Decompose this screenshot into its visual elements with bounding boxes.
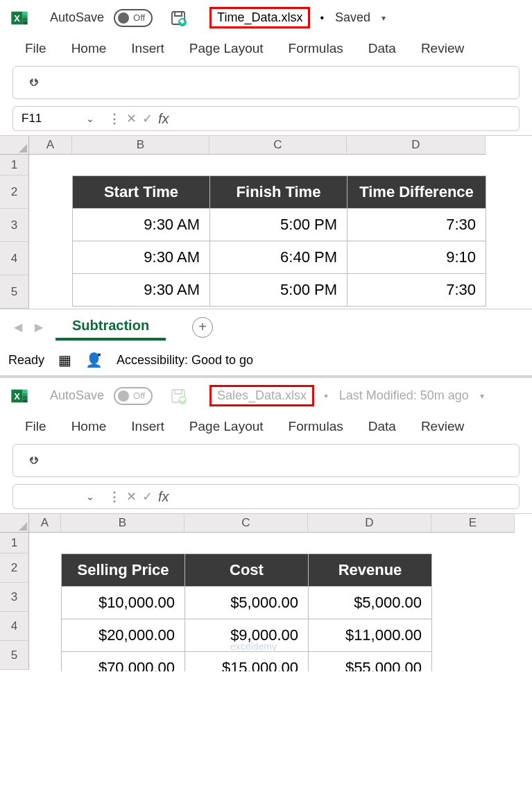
- svg-text:X: X: [14, 390, 20, 401]
- data-table[interactable]: Selling Price Cost Revenue $10,000.00 $5…: [61, 553, 432, 671]
- tab-page-layout[interactable]: Page Layout: [189, 419, 264, 434]
- svg-rect-11: [23, 393, 28, 396]
- enter-icon[interactable]: ✓: [142, 111, 153, 126]
- accessibility-icon[interactable]: 👤̽: [85, 352, 103, 368]
- svg-rect-10: [23, 389, 28, 393]
- tab-formulas[interactable]: Formulas: [289, 419, 343, 434]
- table-row: $70,000.00 $15,000.00 $55,000.00: [62, 652, 432, 672]
- table-header[interactable]: Selling Price: [62, 554, 185, 587]
- chevron-down-icon[interactable]: ⌄: [86, 491, 94, 502]
- tab-formulas[interactable]: Formulas: [289, 41, 343, 56]
- col-header[interactable]: C: [185, 514, 308, 533]
- tab-home[interactable]: Home: [71, 419, 107, 434]
- autosave-toggle[interactable]: Off: [114, 387, 153, 405]
- tab-page-layout[interactable]: Page Layout: [189, 41, 264, 56]
- save-status[interactable]: Last Modified: 50m ago: [339, 388, 469, 403]
- table-header[interactable]: Cost: [185, 554, 309, 587]
- svg-rect-3: [23, 15, 28, 18]
- table-row: 9:30 AM 5:00 PM 7:30: [73, 209, 486, 241]
- chevron-down-icon[interactable]: ⌄: [86, 113, 94, 124]
- row-header[interactable]: 1: [0, 533, 29, 553]
- table-header[interactable]: Finish Time: [210, 176, 347, 209]
- excel-logo-icon: X: [10, 386, 29, 406]
- accessibility-status[interactable]: Accessibility: Good to go: [117, 353, 253, 368]
- title-bar: X AutoSave Off Time_Data.xlsx • Saved ▾: [0, 0, 532, 35]
- filename-box[interactable]: Sales_Data.xlsx: [209, 385, 314, 406]
- status-bar: Ready ▦ 👤̽ Accessibility: Good to go: [0, 345, 532, 378]
- svg-text:X: X: [14, 12, 20, 23]
- tab-file[interactable]: File: [25, 419, 46, 434]
- col-header[interactable]: E: [431, 514, 515, 533]
- autosave-label: AutoSave: [50, 388, 104, 403]
- expand-ribbon-icon[interactable]: ⮋: [28, 455, 38, 466]
- save-icon[interactable]: [169, 9, 187, 27]
- table-row: 9:30 AM 5:00 PM 7:30: [73, 274, 486, 307]
- table-header[interactable]: Start Time: [73, 176, 210, 209]
- select-all-corner[interactable]: [0, 513, 29, 533]
- row-header[interactable]: 1: [0, 155, 29, 175]
- col-header[interactable]: D: [308, 514, 431, 533]
- title-bar: X AutoSave Off Sales_Data.xlsx • Last Mo…: [0, 378, 532, 413]
- fx-icon[interactable]: fx: [158, 111, 169, 127]
- svg-rect-2: [23, 11, 28, 15]
- formula-bar-row: ⌄ ⋮ ✕ ✓ fx: [12, 484, 520, 509]
- save-status[interactable]: Saved: [335, 10, 370, 25]
- add-sheet-button[interactable]: +: [192, 317, 213, 338]
- tab-review[interactable]: Review: [421, 419, 464, 434]
- formula-bar-buttons: ⋮ ✕ ✓ fx: [103, 484, 175, 509]
- name-box[interactable]: ⌄: [12, 484, 103, 509]
- formula-bar-buttons: ⋮ ✕ ✓ fx: [103, 106, 175, 131]
- filename-box[interactable]: Time_Data.xlsx: [209, 7, 310, 28]
- collapsed-ribbon[interactable]: ⮋: [12, 444, 520, 477]
- stats-icon[interactable]: ▦: [58, 352, 71, 368]
- col-header[interactable]: B: [72, 136, 209, 155]
- col-header[interactable]: C: [209, 136, 347, 155]
- sheet-nav-prev-icon[interactable]: ◀: [14, 320, 22, 334]
- save-icon[interactable]: [169, 387, 187, 405]
- name-box[interactable]: F11 ⌄: [12, 106, 103, 131]
- ribbon-tabs: File Home Insert Page Layout Formulas Da…: [0, 413, 532, 441]
- cancel-icon[interactable]: ✕: [126, 111, 137, 126]
- col-header[interactable]: D: [347, 136, 486, 155]
- tab-insert[interactable]: Insert: [131, 41, 164, 56]
- row-header[interactable]: 4: [0, 612, 29, 641]
- formula-input[interactable]: [175, 106, 520, 131]
- sheet-nav-next-icon[interactable]: ▶: [35, 320, 43, 334]
- ribbon-tabs: File Home Insert Page Layout Formulas Da…: [0, 35, 532, 63]
- row-header[interactable]: 3: [0, 583, 29, 612]
- collapsed-ribbon[interactable]: ⮋: [12, 66, 520, 99]
- chevron-down-icon[interactable]: ▾: [381, 13, 386, 23]
- fx-icon[interactable]: fx: [158, 489, 169, 505]
- col-header[interactable]: A: [29, 514, 61, 533]
- row-header[interactable]: 5: [0, 641, 29, 670]
- excel-logo-icon: X: [10, 8, 29, 28]
- enter-icon[interactable]: ✓: [142, 489, 153, 504]
- data-table[interactable]: Start Time Finish Time Time Difference 9…: [72, 175, 486, 307]
- formula-input[interactable]: [175, 484, 520, 509]
- row-header[interactable]: 3: [0, 209, 29, 242]
- row-header[interactable]: 2: [0, 553, 29, 583]
- row-header[interactable]: 5: [0, 275, 29, 309]
- row-header[interactable]: 2: [0, 175, 29, 209]
- status-ready: Ready: [8, 353, 44, 368]
- select-all-corner[interactable]: [0, 135, 29, 155]
- autosave-toggle[interactable]: Off: [114, 9, 153, 27]
- divider-icon: ⋮: [108, 111, 121, 126]
- tab-home[interactable]: Home: [71, 41, 107, 56]
- row-header[interactable]: 4: [0, 242, 29, 275]
- col-header[interactable]: B: [61, 514, 185, 533]
- chevron-down-icon[interactable]: ▾: [480, 391, 484, 401]
- tab-insert[interactable]: Insert: [131, 419, 164, 434]
- tab-data[interactable]: Data: [368, 419, 396, 434]
- spreadsheet-grid: 1 2 3 4 5 A B C D Start Time Finish Time: [0, 135, 532, 309]
- bullet: •: [324, 390, 328, 402]
- col-header[interactable]: A: [29, 136, 72, 155]
- tab-file[interactable]: File: [25, 41, 46, 56]
- tab-review[interactable]: Review: [421, 41, 464, 56]
- sheet-tab-active[interactable]: Subtraction: [55, 313, 166, 341]
- table-header[interactable]: Revenue: [309, 554, 432, 587]
- tab-data[interactable]: Data: [368, 41, 396, 56]
- table-header[interactable]: Time Difference: [347, 176, 486, 209]
- cancel-icon[interactable]: ✕: [126, 489, 137, 504]
- expand-ribbon-icon[interactable]: ⮋: [28, 77, 38, 88]
